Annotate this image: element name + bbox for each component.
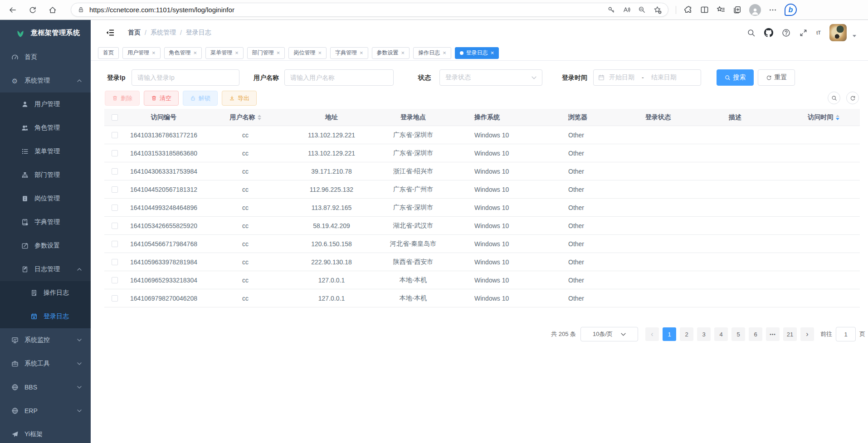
toggle-search-icon[interactable] bbox=[828, 92, 840, 104]
sidebar-item-monitor[interactable]: 系统监控 bbox=[0, 328, 91, 352]
breadcrumb-home[interactable]: 首页 bbox=[128, 29, 141, 37]
page-button-4[interactable]: 4 bbox=[714, 327, 728, 341]
username-input[interactable] bbox=[284, 69, 394, 86]
close-icon[interactable]: × bbox=[194, 50, 197, 56]
sidebar-item-role-mgmt[interactable]: 角色管理 bbox=[0, 116, 91, 140]
more-pages-button[interactable]: ••• bbox=[766, 327, 780, 341]
browser-refresh-button[interactable] bbox=[25, 3, 40, 17]
goto-page-input[interactable] bbox=[836, 327, 856, 341]
password-key-icon[interactable] bbox=[607, 6, 615, 14]
status-select[interactable]: 登录状态 bbox=[439, 69, 542, 86]
page-button-3[interactable]: 3 bbox=[697, 327, 711, 341]
url-text[interactable]: https://ccnetcore.com:1101/system/log/lo… bbox=[89, 6, 600, 14]
page-button-2[interactable]: 2 bbox=[680, 327, 693, 341]
user-avatar[interactable] bbox=[829, 24, 847, 41]
header-search-icon[interactable] bbox=[747, 29, 756, 37]
page-button-6[interactable]: 6 bbox=[749, 327, 762, 341]
zoom-out-icon[interactable] bbox=[638, 6, 646, 14]
tab-role-mgmt[interactable]: 角色管理× bbox=[164, 47, 202, 59]
close-icon[interactable]: × bbox=[491, 50, 494, 56]
github-icon[interactable] bbox=[764, 28, 773, 37]
add-favorite-icon[interactable] bbox=[653, 6, 662, 14]
select-all-checkbox[interactable] bbox=[112, 114, 118, 121]
tab-user-mgmt[interactable]: 用户管理× bbox=[122, 47, 161, 59]
sidebar-item-yi-framework[interactable]: Yi框架 bbox=[0, 423, 91, 443]
page-button-1[interactable]: 1 bbox=[663, 327, 676, 341]
clear-button[interactable]: 清空 bbox=[144, 91, 179, 106]
search-button[interactable]: 搜索 bbox=[717, 69, 754, 86]
row-checkbox[interactable] bbox=[112, 259, 118, 265]
close-icon[interactable]: × bbox=[235, 50, 239, 56]
close-icon[interactable]: × bbox=[318, 50, 322, 56]
fullscreen-icon[interactable] bbox=[799, 29, 808, 37]
browser-address-bar[interactable]: https://ccnetcore.com:1101/system/log/lo… bbox=[71, 3, 668, 17]
close-icon[interactable]: × bbox=[360, 50, 363, 56]
tab-dept-mgmt[interactable]: 部门管理× bbox=[247, 47, 285, 59]
sidebar-fold-icon[interactable] bbox=[106, 29, 114, 36]
tab-oper-log[interactable]: 操作日志× bbox=[413, 47, 451, 59]
date-range-picker[interactable]: 开始日期 - 结束日期 bbox=[593, 69, 701, 86]
copilot-bing-icon[interactable]: b bbox=[785, 4, 797, 16]
sidebar-item-dict-mgmt[interactable]: 字典管理 bbox=[0, 210, 91, 234]
sidebar-item-login-log[interactable]: 登录日志 bbox=[0, 305, 91, 328]
row-checkbox[interactable] bbox=[112, 223, 118, 229]
row-checkbox[interactable] bbox=[112, 295, 118, 302]
browser-back-button[interactable] bbox=[5, 3, 20, 17]
row-checkbox[interactable] bbox=[112, 168, 118, 175]
browser-menu-icon[interactable] bbox=[769, 6, 777, 14]
next-page-button[interactable]: › bbox=[800, 327, 814, 341]
sidebar-item-bbs[interactable]: BBS bbox=[0, 375, 91, 399]
sort-icon-desc-active[interactable] bbox=[836, 115, 839, 120]
prev-page-button[interactable]: ‹ bbox=[645, 327, 659, 341]
help-icon[interactable] bbox=[782, 29, 790, 37]
tab-param-settings[interactable]: 参数设置× bbox=[372, 47, 410, 59]
avatar-caret-icon[interactable] bbox=[853, 35, 856, 37]
sidebar-item-user-mgmt[interactable]: 用户管理 bbox=[0, 92, 91, 116]
sidebar-item-param-settings[interactable]: 参数设置 bbox=[0, 234, 91, 258]
favorites-list-icon[interactable] bbox=[717, 5, 725, 14]
extensions-icon[interactable] bbox=[684, 5, 692, 14]
unlock-button[interactable]: 解锁 bbox=[183, 91, 218, 106]
refresh-table-icon[interactable] bbox=[846, 92, 859, 104]
reset-button[interactable]: 重置 bbox=[758, 69, 795, 86]
close-icon[interactable]: × bbox=[152, 50, 156, 56]
row-checkbox[interactable] bbox=[112, 186, 118, 193]
read-aloud-icon[interactable] bbox=[623, 6, 630, 14]
sidebar-item-post-mgmt[interactable]: 岗位管理 bbox=[0, 187, 91, 210]
sidebar-item-dept-mgmt[interactable]: 部门管理 bbox=[0, 163, 91, 187]
row-checkbox[interactable] bbox=[112, 132, 118, 138]
sidebar-item-log-mgmt[interactable]: 日志管理 bbox=[0, 258, 91, 281]
page-size-select[interactable]: 10条/页 bbox=[580, 327, 638, 341]
breadcrumb-system[interactable]: 系统管理 bbox=[151, 29, 176, 37]
split-screen-icon[interactable] bbox=[700, 5, 709, 14]
page-button-5[interactable]: 5 bbox=[731, 327, 745, 341]
tab-dict-mgmt[interactable]: 字典管理× bbox=[330, 47, 368, 59]
tab-post-mgmt[interactable]: 岗位管理× bbox=[288, 47, 327, 59]
sidebar-item-home[interactable]: 首页 bbox=[0, 45, 91, 69]
tab-menu-mgmt[interactable]: 菜单管理× bbox=[205, 47, 244, 59]
close-icon[interactable]: × bbox=[277, 50, 280, 56]
page-button-21[interactable]: 21 bbox=[783, 327, 797, 341]
site-lock-icon[interactable] bbox=[78, 6, 84, 13]
export-button[interactable]: 导出 bbox=[222, 91, 257, 106]
row-checkbox[interactable] bbox=[112, 150, 118, 156]
sidebar-item-system[interactable]: ⚙ 系统管理 bbox=[0, 69, 91, 92]
sidebar-item-menu-mgmt[interactable]: 菜单管理 bbox=[0, 140, 91, 163]
tab-home[interactable]: 首页 bbox=[98, 47, 119, 59]
sidebar-item-tools[interactable]: 系统工具 bbox=[0, 352, 91, 375]
browser-home-button[interactable] bbox=[45, 3, 60, 17]
browser-profile-icon[interactable] bbox=[749, 4, 761, 16]
column-time[interactable]: 访问时间 bbox=[787, 113, 860, 122]
sidebar-item-erp[interactable]: ERP bbox=[0, 399, 91, 423]
delete-button[interactable]: 删除 bbox=[105, 91, 140, 106]
login-ip-input[interactable] bbox=[132, 69, 239, 86]
tab-login-log[interactable]: 登录日志× bbox=[455, 47, 499, 59]
close-icon[interactable]: × bbox=[443, 50, 446, 56]
sidebar-item-oper-log[interactable]: 操作日志 bbox=[0, 281, 91, 305]
row-checkbox[interactable] bbox=[112, 204, 118, 211]
row-checkbox[interactable] bbox=[112, 277, 118, 283]
collections-icon[interactable] bbox=[733, 5, 741, 14]
column-username[interactable]: 用户名称 bbox=[202, 113, 288, 122]
close-icon[interactable]: × bbox=[401, 50, 405, 56]
sort-icon[interactable] bbox=[258, 115, 261, 120]
